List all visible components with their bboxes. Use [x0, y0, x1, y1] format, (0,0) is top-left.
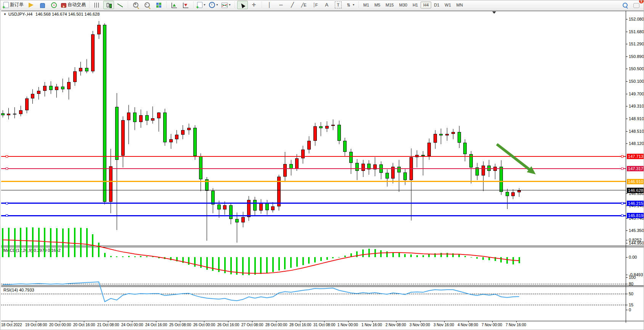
candle[interactable] [295, 158, 299, 169]
line-handle[interactable] [6, 167, 8, 170]
candle[interactable] [313, 126, 317, 141]
candle[interactable] [307, 141, 311, 150]
candle[interactable] [458, 132, 461, 142]
candle[interactable] [19, 110, 22, 114]
chart-window[interactable]: ▼ USDJPY-,H4 146.568 146.674 146.501 146… [0, 10, 644, 330]
notifications-button[interactable]: 1 [631, 1, 642, 9]
timeframe-h1[interactable]: H1 [410, 2, 421, 8]
candle[interactable] [103, 25, 106, 202]
line-handle[interactable] [621, 202, 623, 204]
candle[interactable] [511, 192, 515, 196]
price-line[interactable] [1, 215, 626, 216]
candle[interactable] [271, 206, 275, 211]
candle[interactable] [193, 128, 197, 156]
candle[interactable] [403, 172, 407, 180]
candle[interactable] [91, 34, 95, 71]
candle[interactable] [253, 200, 257, 211]
auto-arrange-button[interactable] [169, 1, 180, 9]
candle[interactable] [506, 192, 509, 196]
candle[interactable] [427, 143, 431, 156]
new-order-button[interactable]: 新订单 [2, 1, 25, 9]
candle[interactable] [7, 114, 10, 115]
candle[interactable] [61, 87, 64, 89]
candle[interactable] [157, 113, 161, 118]
price-line[interactable] [1, 168, 626, 169]
candle[interactable] [289, 164, 293, 169]
candle[interactable] [223, 205, 226, 209]
candle[interactable] [1, 113, 5, 115]
candlestick-button[interactable] [103, 1, 114, 9]
candle[interactable] [229, 205, 233, 219]
candle[interactable] [127, 113, 130, 120]
candle[interactable] [55, 87, 58, 90]
community-button[interactable] [37, 1, 48, 9]
timeframe-m1[interactable]: M1 [361, 2, 372, 8]
candle[interactable] [43, 86, 47, 90]
candle[interactable] [187, 128, 191, 130]
candle[interactable] [259, 203, 263, 211]
candle[interactable] [463, 143, 467, 154]
candle[interactable] [343, 141, 347, 152]
tile-windows-button[interactable] [153, 1, 164, 9]
line-handle[interactable] [6, 214, 8, 217]
candle[interactable] [517, 190, 521, 192]
timeframe-m5[interactable]: M5 [372, 2, 383, 8]
timeframe-d1[interactable]: D1 [431, 2, 442, 8]
candle[interactable] [31, 94, 34, 98]
search-button[interactable] [620, 1, 630, 9]
candle[interactable] [97, 25, 101, 34]
text-button[interactable]: A [321, 1, 332, 9]
trendline-button[interactable]: ╱ [287, 1, 298, 9]
new-chart-button[interactable]: ▼ [196, 1, 207, 9]
arrows-button[interactable]: ⇅▼ [344, 1, 356, 9]
candle[interactable] [337, 125, 341, 141]
profiles-button[interactable]: ▼ [208, 1, 220, 9]
candle[interactable] [283, 164, 287, 177]
indicators-button[interactable]: ▼ [220, 1, 232, 9]
candle[interactable] [151, 118, 154, 121]
candle[interactable] [199, 156, 202, 179]
candle[interactable] [73, 71, 77, 82]
candle[interactable] [325, 126, 329, 129]
candle[interactable] [175, 135, 178, 139]
chart-shift-marker[interactable] [492, 11, 496, 14]
candle[interactable] [241, 217, 245, 223]
candle[interactable] [434, 134, 437, 142]
bar-chart-button[interactable] [92, 1, 103, 9]
timeframe-m15[interactable]: M15 [383, 2, 396, 8]
text-label-button[interactable]: T [333, 1, 344, 9]
candle[interactable] [121, 120, 125, 156]
line-handle[interactable] [621, 155, 623, 158]
candle[interactable] [217, 204, 221, 209]
candle[interactable] [85, 68, 88, 71]
candle[interactable] [235, 219, 239, 223]
chart-shift-button[interactable] [180, 1, 191, 9]
line-chart-button[interactable] [115, 1, 125, 9]
line-handle[interactable] [621, 167, 623, 170]
candle[interactable] [331, 125, 335, 126]
price-line[interactable] [1, 156, 626, 157]
candle[interactable] [49, 86, 53, 90]
candle[interactable] [169, 139, 173, 142]
candle[interactable] [133, 113, 137, 122]
candle[interactable] [451, 132, 455, 134]
timeframe-mn[interactable]: MN [454, 2, 466, 8]
candle[interactable] [265, 203, 269, 210]
signals-button[interactable] [48, 1, 59, 9]
price-line[interactable] [1, 190, 626, 190]
candle[interactable] [139, 115, 143, 122]
candle[interactable] [37, 91, 40, 94]
line-handle[interactable] [621, 214, 623, 217]
fibonacci-button[interactable]: ┆F [310, 1, 321, 9]
candle[interactable] [115, 107, 119, 160]
candle[interactable] [145, 115, 149, 121]
candle[interactable] [13, 114, 16, 114]
line-handle[interactable] [6, 155, 8, 158]
line-handle[interactable] [6, 202, 8, 204]
candle[interactable] [397, 167, 401, 172]
candle[interactable] [319, 126, 323, 129]
candle[interactable] [79, 68, 82, 71]
candle[interactable] [445, 134, 449, 135]
alerts-button[interactable] [26, 1, 36, 9]
candle[interactable] [163, 113, 167, 142]
